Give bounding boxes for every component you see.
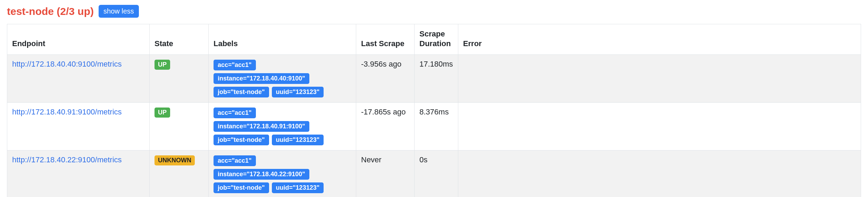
- endpoint-link[interactable]: http://172.18.40.40:9100/metrics: [12, 60, 122, 68]
- cell-labels: acc="acc1"instance="172.18.40.40:9100"jo…: [209, 55, 356, 103]
- cell-scrape-duration: 0s: [415, 151, 458, 197]
- cell-last-scrape: Never: [356, 151, 415, 197]
- label-chip: instance="172.18.40.40:9100": [214, 73, 309, 84]
- cell-state: UNKNOWN: [150, 151, 209, 197]
- col-header-state: State: [150, 24, 209, 55]
- section-title: test-node (2/3 up): [7, 6, 94, 17]
- cell-last-scrape: -17.865s ago: [356, 103, 415, 151]
- label-chip: job="test-node": [214, 135, 269, 145]
- cell-last-scrape: -3.956s ago: [356, 55, 415, 103]
- table-row: http://172.18.40.40:9100/metricsUPacc="a…: [7, 55, 861, 103]
- label-chip: acc="acc1": [214, 108, 256, 118]
- toggle-show-less-button[interactable]: show less: [99, 5, 139, 18]
- labels-wrap: acc="acc1"instance="172.18.40.22:9100"jo…: [214, 155, 351, 193]
- label-chip: uuid="123123": [272, 87, 324, 97]
- label-chip: instance="172.18.40.91:9100": [214, 121, 309, 132]
- cell-scrape-duration: 17.180ms: [415, 55, 458, 103]
- cell-scrape-duration: 8.376ms: [415, 103, 458, 151]
- endpoint-link[interactable]: http://172.18.40.22:9100/metrics: [12, 155, 122, 164]
- cell-error: [458, 151, 861, 197]
- col-header-endpoint: Endpoint: [7, 24, 150, 55]
- label-chip: instance="172.18.40.22:9100": [214, 169, 309, 180]
- labels-wrap: acc="acc1"instance="172.18.40.91:9100"jo…: [214, 108, 351, 145]
- label-chip: job="test-node": [214, 182, 269, 193]
- cell-endpoint: http://172.18.40.40:9100/metrics: [7, 55, 150, 103]
- targets-table: Endpoint State Labels Last Scrape Scrape…: [7, 24, 861, 197]
- cell-state: UP: [150, 103, 209, 151]
- state-badge: UP: [155, 60, 170, 70]
- state-badge: UP: [155, 108, 170, 118]
- cell-endpoint: http://172.18.40.91:9100/metrics: [7, 103, 150, 151]
- cell-error: [458, 103, 861, 151]
- col-header-labels: Labels: [209, 24, 356, 55]
- col-header-error: Error: [458, 24, 861, 55]
- cell-labels: acc="acc1"instance="172.18.40.22:9100"jo…: [209, 151, 356, 197]
- labels-wrap: acc="acc1"instance="172.18.40.40:9100"jo…: [214, 60, 351, 97]
- targets-tbody: http://172.18.40.40:9100/metricsUPacc="a…: [7, 55, 861, 197]
- label-chip: uuid="123123": [272, 182, 324, 193]
- label-chip: acc="acc1": [214, 60, 256, 70]
- cell-error: [458, 55, 861, 103]
- col-header-scrape-duration: Scrape Duration: [415, 24, 458, 55]
- cell-endpoint: http://172.18.40.22:9100/metrics: [7, 151, 150, 197]
- cell-state: UP: [150, 55, 209, 103]
- endpoint-link[interactable]: http://172.18.40.91:9100/metrics: [12, 108, 122, 116]
- label-chip: acc="acc1": [214, 155, 256, 166]
- section-header: test-node (2/3 up) show less: [7, 5, 861, 18]
- table-row: http://172.18.40.91:9100/metricsUPacc="a…: [7, 103, 861, 151]
- label-chip: job="test-node": [214, 87, 269, 97]
- table-row: http://172.18.40.22:9100/metricsUNKNOWNa…: [7, 151, 861, 197]
- label-chip: uuid="123123": [272, 135, 324, 145]
- state-badge: UNKNOWN: [155, 155, 195, 165]
- cell-labels: acc="acc1"instance="172.18.40.91:9100"jo…: [209, 103, 356, 151]
- col-header-last-scrape: Last Scrape: [356, 24, 415, 55]
